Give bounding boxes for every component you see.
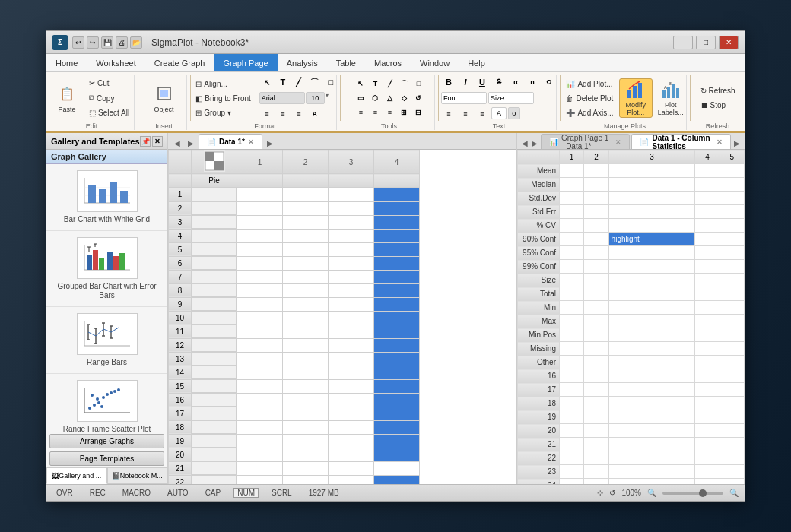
stat-cell-r3-c0[interactable] (560, 205, 584, 219)
stat-cell-r16-c4[interactable] (720, 383, 744, 397)
align-left-btn[interactable]: ≡ (259, 107, 275, 121)
menu-table[interactable]: Table (327, 54, 365, 71)
align-center-btn[interactable]: ≡ (275, 107, 291, 121)
select-all-button[interactable]: ⬚ Select All (85, 106, 133, 119)
cell-r14-c4[interactable] (374, 366, 420, 379)
table-row[interactable]: 10 (169, 311, 420, 325)
special-char-button[interactable]: Ω (542, 75, 557, 89)
cell-pie-col[interactable] (192, 270, 237, 283)
cell-r18-c1[interactable] (237, 420, 283, 434)
table-row[interactable]: 14 (169, 366, 420, 379)
stat-cell-r17-c1[interactable] (584, 397, 608, 410)
tool11[interactable]: ≡ (353, 106, 368, 119)
cell-pie-col[interactable] (192, 407, 237, 420)
tool13[interactable]: ≡ (382, 106, 397, 119)
stat-cell-r22-c3[interactable] (695, 465, 720, 479)
stat-cell-r0-c1[interactable] (584, 164, 608, 178)
paste-button[interactable]: 📋 Paste (50, 78, 84, 118)
tool14[interactable]: ⊞ (396, 106, 411, 119)
stat-cell-r22-c0[interactable] (560, 465, 584, 479)
zoom-in-icon[interactable]: 🔍 (729, 489, 739, 497)
stat-cell-r9-c0[interactable] (560, 287, 584, 301)
cell-r12-c2[interactable] (283, 338, 329, 352)
tool7[interactable]: ⬡ (367, 91, 383, 105)
stat-cell-r2-c2[interactable] (608, 192, 695, 205)
stat-cell-r18-c1[interactable] (584, 410, 608, 424)
stat-cell-r8-c2[interactable] (608, 274, 695, 287)
cell-r20-c1[interactable] (237, 448, 283, 461)
stat-cell-r19-c0[interactable] (560, 424, 584, 438)
spreadsheet-container[interactable]: 1 2 3 4 Pie (168, 150, 516, 484)
menu-home[interactable]: Home (46, 54, 87, 71)
tool9[interactable]: ◇ (396, 91, 411, 105)
cell-r22-c1[interactable] (237, 475, 283, 484)
table-row[interactable]: 7 (169, 270, 420, 283)
cell-r2-c4[interactable] (374, 201, 420, 215)
cell-r3-c3[interactable] (329, 215, 374, 229)
cell-r21-c3[interactable] (329, 461, 374, 475)
gallery-item-bar-white[interactable]: Bar Chart with White Grid (46, 164, 167, 231)
stat-cell-r14-c2[interactable] (608, 356, 695, 369)
cell-r5-c2[interactable] (283, 242, 329, 256)
cell-pie-col[interactable] (192, 434, 237, 448)
tool10[interactable]: ↺ (411, 91, 426, 105)
stat-cell-r5-c0[interactable] (560, 233, 584, 246)
stat-cell-r21-c3[interactable] (695, 451, 720, 465)
gallery-item-scatter[interactable]: Range Frame Scatter Plot (46, 374, 167, 432)
stat-cell-r13-c1[interactable] (584, 342, 608, 356)
subscript-button[interactable]: n (525, 75, 540, 89)
tool1[interactable]: ↖ (353, 77, 368, 90)
cell-r7-c4[interactable] (374, 270, 420, 283)
cell-r13-c4[interactable] (374, 352, 420, 366)
save-icon[interactable]: 💾 (101, 36, 113, 49)
stat-cell-r18-c4[interactable] (720, 410, 744, 424)
stat-cell-r16-c1[interactable] (584, 383, 608, 397)
menu-create-graph[interactable]: Create Graph (145, 54, 214, 71)
gallery-scroll[interactable]: Bar Chart with White Grid (46, 164, 167, 432)
stat-cell-r5-c1[interactable] (584, 233, 608, 246)
stat-cell-r22-c4[interactable] (720, 465, 744, 479)
table-row[interactable]: 21 (169, 461, 420, 475)
cell-r8-c1[interactable] (237, 283, 283, 297)
modify-plot-button[interactable]: ModifyPlot... (619, 78, 653, 118)
table-row[interactable]: 3 (169, 215, 420, 229)
stat-cell-r21-c2[interactable] (608, 451, 695, 465)
cell-r8-c4[interactable] (374, 283, 420, 297)
stat-cell-r23-c0[interactable] (560, 479, 584, 485)
cell-pie-col[interactable] (192, 256, 237, 270)
menu-macros[interactable]: Macros (365, 54, 411, 71)
stat-cell-r20-c1[interactable] (584, 438, 608, 451)
cell-r4-c4[interactable] (374, 229, 420, 242)
table-row[interactable]: 12 (169, 338, 420, 352)
cell-r9-c2[interactable] (283, 297, 329, 311)
cell-r19-c4[interactable] (374, 434, 420, 448)
stat-cell-r10-c2[interactable] (608, 301, 695, 315)
cell-r19-c2[interactable] (283, 434, 329, 448)
tab-nav-right[interactable]: ▶ (185, 137, 197, 149)
stat-cell-r12-c3[interactable] (695, 328, 720, 342)
stat-cell-r11-c0[interactable] (560, 315, 584, 328)
italic-button[interactable]: I (458, 75, 473, 89)
stat-cell-r15-c3[interactable] (695, 369, 720, 383)
copy-button[interactable]: ⧉ Copy (85, 91, 133, 105)
undo-icon[interactable]: ↩ (72, 36, 84, 49)
maximize-button[interactable]: □ (696, 36, 716, 49)
text-font-selector[interactable]: Font (441, 92, 487, 104)
cell-r10-c4[interactable] (374, 311, 420, 325)
cell-pie-col[interactable] (192, 311, 237, 325)
stat-cell-r21-c4[interactable] (720, 451, 744, 465)
cell-r21-c2[interactable] (283, 461, 329, 475)
stat-cell-r20-c0[interactable] (560, 438, 584, 451)
stat-cell-r12-c0[interactable] (560, 328, 584, 342)
table-row[interactable]: 17 (169, 407, 420, 420)
font-selector[interactable]: Arial (259, 92, 305, 104)
stat-cell-r23-c1[interactable] (584, 479, 608, 485)
stat-cell-r4-c2[interactable] (608, 219, 695, 233)
cell-r1-c3[interactable] (329, 188, 374, 202)
stat-cell-r9-c4[interactable] (720, 287, 744, 301)
cell-r3-c1[interactable] (237, 215, 283, 229)
cell-r14-c1[interactable] (237, 366, 283, 379)
notebook-manager-tab[interactable]: 📓 Notebook M... (107, 467, 168, 484)
stat-cell-r18-c0[interactable] (560, 410, 584, 424)
cut-button[interactable]: ✂ Cut (85, 77, 133, 90)
